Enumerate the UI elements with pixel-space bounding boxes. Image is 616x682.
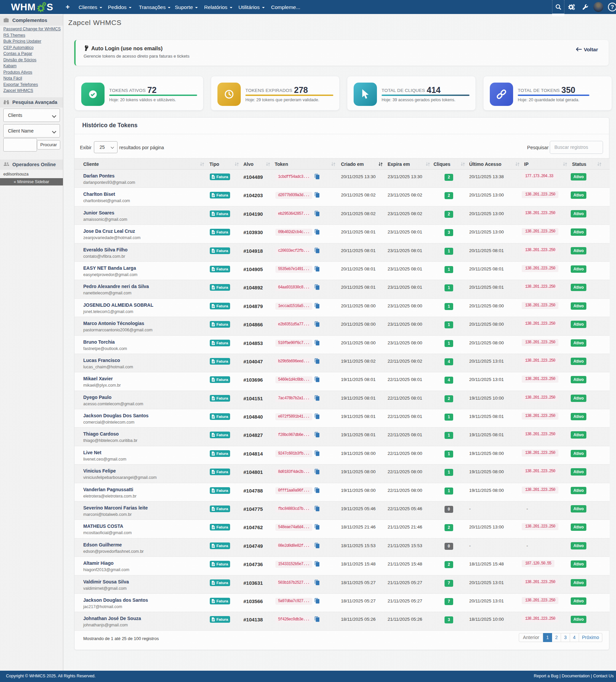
svg-text:?: ?: [611, 4, 614, 10]
